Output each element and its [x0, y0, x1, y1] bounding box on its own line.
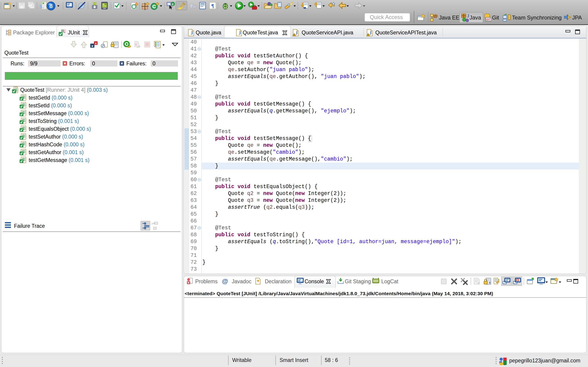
svg-text:J: J: [191, 31, 193, 35]
svg-text:J: J: [467, 13, 469, 19]
svg-text:U: U: [63, 29, 66, 34]
svg-text:c: c: [172, 2, 174, 6]
svg-text:J: J: [239, 31, 241, 35]
svg-text:¶: ¶: [211, 3, 214, 9]
svg-text:!: !: [294, 34, 295, 36]
svg-text:x: x: [91, 44, 93, 48]
svg-text:x: x: [95, 42, 97, 45]
svg-text:J: J: [369, 31, 372, 35]
svg-text:GIT: GIT: [486, 18, 491, 21]
svg-text:!: !: [368, 34, 369, 36]
svg-text:J: J: [295, 31, 298, 35]
svg-text:C: C: [152, 4, 156, 9]
svg-text:8: 8: [49, 2, 52, 9]
